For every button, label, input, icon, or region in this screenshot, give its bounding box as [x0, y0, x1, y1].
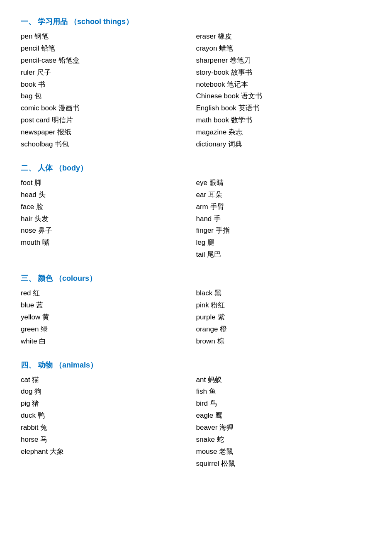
english-word: pen [21, 32, 32, 40]
left-column-2: foot 脚head 头face 脸hair 头发nose 鼻子mouth 嘴 [21, 177, 196, 261]
english-word: eagle [196, 411, 214, 419]
list-item: nose 鼻子 [21, 225, 196, 237]
list-item: notebook 笔记本 [196, 79, 372, 91]
list-item: head 头 [21, 189, 196, 201]
english-word: duck [21, 411, 36, 419]
english-word: head [21, 191, 37, 199]
chinese-word: 书包 [55, 140, 69, 148]
list-item: blue 蓝 [21, 299, 196, 312]
chinese-word: 橙 [220, 325, 227, 333]
chinese-word: 黄 [42, 313, 49, 321]
chinese-word: 脸 [36, 203, 43, 211]
chinese-word: 鸭 [38, 411, 45, 419]
english-word: brown [196, 337, 215, 345]
english-word: foot [21, 179, 32, 187]
section-3: 三、 颜色 （colours）red 红blue 蓝yellow 黄green … [21, 273, 371, 347]
english-word: pencil-case [21, 56, 56, 64]
english-word: schoolbag [21, 140, 53, 148]
chinese-word: 绿 [41, 325, 48, 333]
chinese-word: 鸟 [210, 399, 217, 407]
english-word: dog [21, 387, 32, 395]
english-word: post card [21, 116, 50, 124]
list-item: fish 鱼 [196, 386, 372, 398]
left-column-1: pen 钢笔pencil 铅笔pencil-case 铅笔盒ruler 尺子bo… [21, 31, 196, 151]
chinese-word: 尾巴 [207, 251, 221, 258]
list-item: brown 棕 [196, 336, 372, 348]
chinese-word: 腿 [207, 239, 214, 246]
list-item: schoolbag 书包 [21, 139, 196, 151]
list-item: ruler 尺子 [21, 67, 196, 79]
list-item: white 白 [21, 336, 196, 348]
english-word: fish [196, 387, 207, 395]
list-item: eye 眼睛 [196, 177, 372, 189]
chinese-word: 嘴 [42, 239, 49, 246]
english-word: story-book [196, 68, 229, 76]
section-grid-4: cat 猫dog 狗pig 猪duck 鸭rabbit 兔horse 马elep… [21, 374, 371, 470]
english-word: red [21, 289, 31, 297]
chinese-word: 报纸 [57, 128, 71, 136]
chinese-word: 故事书 [231, 68, 252, 76]
list-item: cat 猫 [21, 374, 196, 386]
section-header-3: 三、 颜色 （colours） [21, 273, 371, 283]
english-word: orange [196, 325, 218, 333]
english-word: pink [196, 301, 209, 309]
list-item: elephant 大象 [21, 446, 196, 458]
chinese-word: 鹰 [215, 411, 222, 419]
english-word: squirrel [196, 460, 219, 467]
list-item: ear 耳朵 [196, 189, 372, 201]
list-item: magazine 杂志 [196, 127, 372, 139]
list-item: pink 粉红 [196, 299, 372, 312]
chinese-word: 粉红 [211, 301, 225, 309]
english-word: beaver [196, 424, 218, 431]
english-word: green [21, 325, 39, 333]
english-word: math book [196, 116, 229, 124]
english-word: nose [21, 226, 36, 234]
list-item: eagle 鹰 [196, 410, 372, 422]
english-word: English book [196, 104, 236, 112]
chinese-word: 眼睛 [209, 179, 224, 187]
chinese-word: 手臂 [210, 203, 224, 211]
english-word: white [21, 337, 37, 345]
chinese-word: 老鼠 [219, 448, 233, 455]
english-word: mouse [196, 448, 217, 455]
english-word: elephant [21, 448, 48, 455]
english-word: Chinese book [196, 92, 239, 100]
list-item: story-book 故事书 [196, 67, 372, 79]
chinese-word: 蛇 [217, 436, 224, 443]
english-word: eraser [196, 32, 216, 40]
chinese-word: 脚 [34, 179, 41, 187]
chinese-word: 漫画书 [58, 104, 80, 112]
list-item: green 绿 [21, 324, 196, 336]
chinese-word: 白 [39, 337, 46, 345]
list-item: pencil 铅笔 [21, 43, 196, 55]
list-item: face 脸 [21, 201, 196, 213]
english-word: sharpener [196, 56, 228, 64]
list-item: post card 明信片 [21, 114, 196, 127]
english-word: finger [196, 226, 214, 234]
section-header-4: 四、 动物 （animals） [21, 360, 371, 370]
list-item: mouth 嘴 [21, 237, 196, 249]
section-2: 二、 人体 （body）foot 脚head 头face 脸hair 头发nos… [21, 163, 371, 261]
list-item: dictionary 词典 [196, 139, 372, 151]
chinese-word: 蜡笔 [219, 44, 233, 52]
list-item: eraser 橡皮 [196, 31, 372, 43]
chinese-word: 钢笔 [34, 32, 49, 40]
list-item: squirrel 松鼠 [196, 458, 372, 470]
section-header-2: 二、 人体 （body） [21, 163, 371, 173]
chinese-word: 马 [40, 436, 47, 443]
chinese-word: 耳朵 [208, 191, 222, 199]
english-word: cat [21, 376, 30, 384]
english-word: face [21, 203, 34, 211]
english-word: crayon [196, 44, 217, 52]
section-grid-3: red 红blue 蓝yellow 黄green 绿white 白black 黑… [21, 287, 371, 347]
section-4: 四、 动物 （animals）cat 猫dog 狗pig 猪duck 鸭rabb… [21, 360, 371, 470]
list-item: pen 钢笔 [21, 31, 196, 43]
list-item: bag 包 [21, 90, 196, 102]
list-item: bird 鸟 [196, 398, 372, 410]
english-word: blue [21, 301, 34, 309]
chinese-word: 数学书 [231, 116, 252, 124]
chinese-word: 笔记本 [227, 80, 248, 88]
list-item: newspaper 报纸 [21, 127, 196, 139]
chinese-word: 铅笔盒 [58, 56, 80, 64]
list-item: hair 头发 [21, 213, 196, 225]
